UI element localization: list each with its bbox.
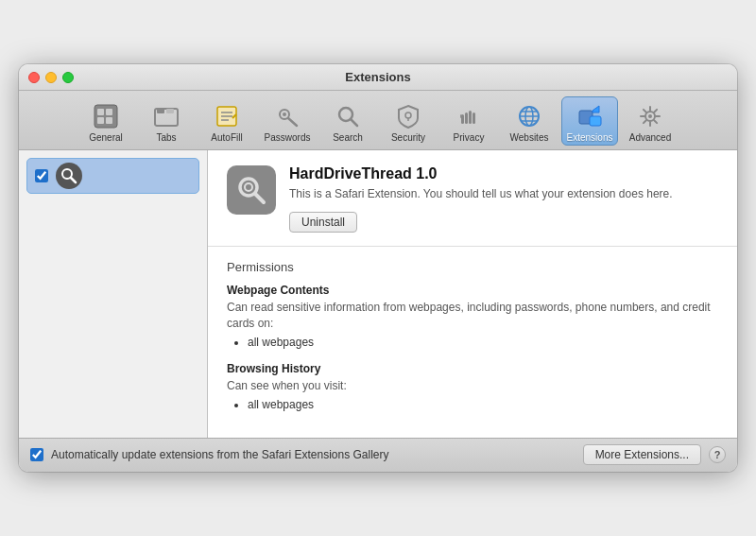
extension-icon bbox=[227, 165, 276, 215]
svg-rect-23 bbox=[461, 114, 464, 124]
websites-icon bbox=[514, 101, 544, 131]
permission-title-0: Webpage Contents bbox=[227, 284, 718, 297]
toolbar-item-privacy[interactable]: Privacy bbox=[440, 97, 497, 145]
svg-line-39 bbox=[654, 110, 657, 112]
extension-name: HardDriveThread 1.0 bbox=[289, 165, 718, 182]
permission-desc-0: Can read sensitive information from webp… bbox=[227, 300, 718, 332]
advanced-icon bbox=[635, 101, 665, 131]
permission-list-1: all webpages bbox=[227, 398, 718, 411]
extension-info: HardDriveThread 1.0 This is a Safari Ext… bbox=[289, 165, 718, 233]
extension-description: This is a Safari Extension. You should t… bbox=[289, 186, 718, 202]
passwords-label: Passwords bbox=[265, 132, 311, 143]
svg-rect-0 bbox=[94, 105, 117, 128]
main-content: HardDriveThread 1.0 This is a Safari Ext… bbox=[19, 150, 737, 437]
uninstall-button[interactable]: Uninstall bbox=[289, 212, 357, 233]
tabs-icon bbox=[151, 101, 181, 131]
toolbar-item-passwords[interactable]: Passwords bbox=[259, 97, 316, 145]
window-title: Extensions bbox=[345, 70, 410, 84]
svg-point-18 bbox=[405, 112, 411, 118]
extensions-icon bbox=[575, 101, 605, 131]
svg-line-17 bbox=[351, 119, 357, 126]
permissions-heading: Permissions bbox=[227, 260, 718, 274]
auto-update-label: Automatically update extensions from the… bbox=[51, 448, 576, 461]
svg-rect-2 bbox=[97, 117, 104, 124]
permission-group-webpage-contents: Webpage Contents Can read sensitive info… bbox=[227, 284, 718, 349]
general-icon bbox=[91, 101, 121, 131]
svg-rect-30 bbox=[590, 116, 601, 126]
svg-line-40 bbox=[644, 121, 646, 124]
autofill-label: AutoFill bbox=[211, 132, 242, 143]
toolbar-item-advanced[interactable]: Advanced bbox=[622, 97, 679, 145]
sidebar bbox=[19, 150, 208, 437]
autofill-icon bbox=[212, 101, 242, 131]
search-icon bbox=[333, 101, 363, 131]
extension-enabled-checkbox[interactable] bbox=[35, 169, 48, 182]
privacy-icon bbox=[454, 101, 484, 131]
security-label: Security bbox=[391, 132, 425, 143]
svg-line-37 bbox=[644, 110, 646, 112]
toolbar: General Tabs bbox=[19, 91, 737, 150]
titlebar: Extensions bbox=[19, 64, 737, 91]
permissions-section: Permissions Webpage Contents Can read se… bbox=[208, 247, 737, 437]
svg-rect-1 bbox=[97, 109, 104, 115]
tabs-label: Tabs bbox=[156, 132, 176, 143]
svg-rect-21 bbox=[469, 111, 472, 124]
svg-line-44 bbox=[255, 194, 264, 202]
permission-item-1-0: all webpages bbox=[248, 398, 718, 411]
svg-point-15 bbox=[283, 112, 286, 116]
auto-update-checkbox[interactable] bbox=[30, 448, 43, 461]
extensions-label: Extensions bbox=[567, 132, 613, 143]
toolbar-item-extensions[interactable]: Extensions bbox=[561, 96, 618, 146]
svg-rect-3 bbox=[106, 109, 112, 115]
svg-point-32 bbox=[648, 114, 652, 118]
permission-group-browsing-history: Browsing History Can see when you visit:… bbox=[227, 362, 718, 411]
toolbar-item-search[interactable]: Search bbox=[319, 97, 376, 145]
svg-rect-6 bbox=[157, 109, 164, 113]
maximize-button[interactable] bbox=[62, 72, 74, 83]
svg-line-14 bbox=[288, 118, 297, 126]
toolbar-item-tabs[interactable]: Tabs bbox=[138, 97, 195, 145]
svg-line-38 bbox=[654, 121, 657, 124]
passwords-icon bbox=[272, 101, 302, 131]
extension-sidebar-icon bbox=[56, 163, 82, 189]
search-label: Search bbox=[333, 132, 363, 143]
toolbar-item-security[interactable]: Security bbox=[380, 97, 437, 145]
general-label: General bbox=[89, 132, 123, 143]
sidebar-extension-item[interactable] bbox=[26, 158, 199, 194]
more-extensions-button[interactable]: More Extensions... bbox=[583, 444, 701, 465]
toolbar-item-websites[interactable]: Websites bbox=[501, 97, 558, 145]
svg-rect-7 bbox=[166, 109, 174, 113]
toolbar-item-autofill[interactable]: AutoFill bbox=[198, 97, 255, 145]
permission-title-1: Browsing History bbox=[227, 362, 718, 375]
traffic-lights bbox=[28, 72, 74, 83]
permission-list-0: all webpages bbox=[227, 336, 718, 349]
websites-label: Websites bbox=[510, 132, 549, 143]
toolbar-item-general[interactable]: General bbox=[77, 97, 134, 145]
help-button[interactable]: ? bbox=[709, 446, 726, 463]
svg-rect-4 bbox=[106, 117, 112, 124]
permission-desc-1: Can see when you visit: bbox=[227, 378, 718, 394]
detail-panel: HardDriveThread 1.0 This is a Safari Ext… bbox=[208, 150, 737, 437]
preferences-window: Extensions General bbox=[19, 64, 737, 471]
minimize-button[interactable] bbox=[45, 72, 57, 83]
svg-rect-20 bbox=[465, 112, 468, 124]
advanced-label: Advanced bbox=[629, 132, 671, 143]
privacy-label: Privacy bbox=[454, 132, 485, 143]
svg-line-42 bbox=[71, 178, 76, 182]
bottom-bar: Automatically update extensions from the… bbox=[19, 438, 737, 472]
svg-rect-22 bbox=[472, 112, 475, 124]
svg-point-45 bbox=[245, 183, 252, 191]
close-button[interactable] bbox=[28, 72, 40, 83]
permission-item-0-0: all webpages bbox=[248, 336, 718, 349]
extension-header: HardDriveThread 1.0 This is a Safari Ext… bbox=[208, 150, 737, 247]
security-icon bbox=[393, 101, 423, 131]
